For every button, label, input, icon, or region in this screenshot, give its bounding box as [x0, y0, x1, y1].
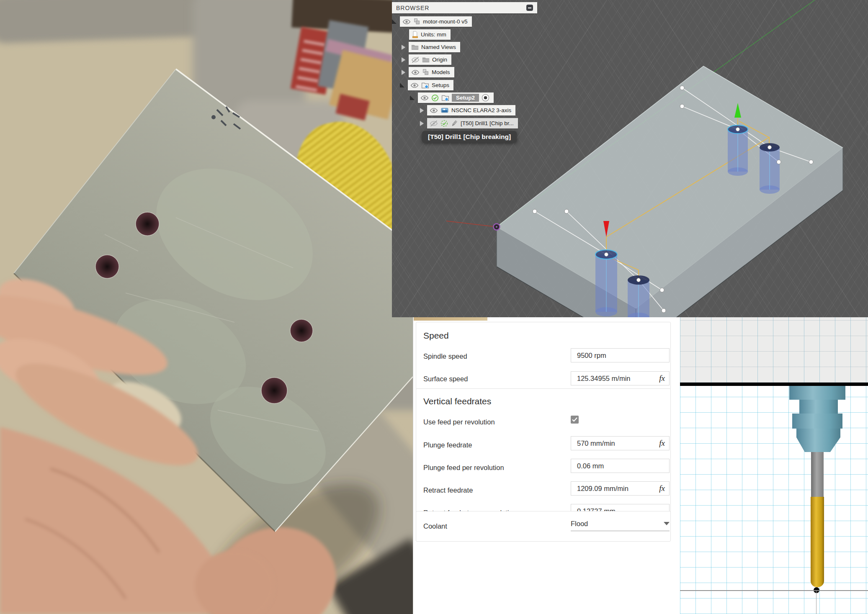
surface-speed-label: Surface speed	[423, 375, 468, 383]
coolant-section: Coolant Flood	[416, 511, 671, 542]
coolant-label: Coolant	[423, 522, 447, 530]
plunge-feedrate-input[interactable]: 570 mm/min fx	[571, 436, 670, 450]
tree-row-drill-operation[interactable]: [T50] Drill1 [Chip br...	[420, 118, 518, 128]
tree-label: Models	[432, 69, 450, 75]
drill-bit	[811, 497, 824, 587]
retract-feedrate-value: 1209.09 mm/min	[577, 485, 659, 493]
tree-row-setups[interactable]: Setups	[400, 80, 453, 90]
photo-plate-and-hand	[0, 0, 413, 614]
expand-triangle-icon[interactable]	[392, 19, 397, 24]
photo-plate-in-hand	[0, 0, 413, 614]
operation-tooltip: [T50] Drill1 [Chip breaking]	[422, 131, 517, 143]
surface-speed-input[interactable]: 125.34955 m/min fx	[571, 371, 670, 385]
component-icon	[422, 69, 429, 76]
operation-settings-panel: Speed Spindle speed 9500 rpm Surface spe…	[413, 317, 672, 614]
surface-speed-value: 125.34955 m/min	[577, 375, 659, 383]
tool-holder-step	[799, 400, 838, 414]
scene-3d	[392, 0, 868, 317]
tree-label: motor-mount-0 v5	[423, 18, 468, 25]
screenshot: BROWSER motor-mount-0 v5 Units: mm	[0, 0, 868, 614]
collapsed-triangle-icon[interactable]	[402, 57, 405, 62]
tree-label: Named Views	[421, 44, 456, 50]
use-feed-per-revolution-label: Use feed per revolution	[423, 418, 495, 426]
tree-row-root[interactable]: motor-mount-0 v5	[392, 16, 472, 27]
tree-row-origin[interactable]: Origin	[402, 54, 451, 65]
chevron-down-icon	[664, 522, 670, 525]
spindle-speed-value: 9500 rpm	[577, 352, 665, 360]
expand-triangle-icon[interactable]	[400, 83, 404, 87]
folder-icon	[411, 44, 419, 50]
fx-expression-icon[interactable]: fx	[659, 439, 665, 448]
tree-row-units[interactable]: Units: mm	[409, 29, 451, 40]
spindle-speed-label: Spindle speed	[423, 352, 467, 360]
use-feed-per-revolution-checkbox[interactable]	[571, 416, 579, 424]
tree-label: Units: mm	[421, 31, 446, 38]
tree-label: [T50] Drill1 [Chip br...	[461, 120, 514, 126]
plunge-feedrate-label: Plunge feedrate	[423, 441, 472, 449]
eye-icon[interactable]	[420, 95, 429, 101]
browser-collapse-button[interactable]	[526, 5, 533, 11]
photo-sliver	[414, 317, 487, 321]
collapsed-triangle-icon[interactable]	[420, 108, 424, 113]
eye-icon[interactable]	[430, 108, 438, 113]
setup-folder-icon	[441, 95, 449, 101]
coolant-value: Flood	[571, 520, 664, 528]
browser-header: BROWSER	[392, 2, 537, 13]
viewport-3d[interactable]: BROWSER motor-mount-0 v5 Units: mm	[392, 0, 868, 317]
plunge-feedrate-value: 570 mm/min	[577, 439, 659, 447]
panel-gap	[672, 317, 680, 614]
selected-setup-label[interactable]: Setup2	[452, 94, 479, 102]
retract-feedrate-label: Retract feedrate	[423, 486, 473, 494]
collapsed-triangle-icon[interactable]	[402, 45, 405, 50]
check-circle-icon	[431, 94, 439, 102]
eye-icon[interactable]	[411, 69, 420, 75]
tree-row-setup2[interactable]: Setup2	[410, 92, 494, 103]
tool-length-line	[680, 590, 868, 591]
browser-title: BROWSER	[396, 5, 429, 11]
cnc-machine-icon	[440, 107, 449, 114]
tool-holder	[789, 386, 845, 400]
tool-shank	[811, 452, 824, 497]
retract-feedrate-input[interactable]: 1209.09 mm/min fx	[571, 481, 670, 496]
tool-holder-step	[796, 429, 840, 437]
section-title: Vertical feedrates	[423, 396, 491, 406]
tree-row-named-views[interactable]: Named Views	[402, 42, 460, 52]
radio-target-icon[interactable]	[482, 94, 489, 102]
spindle-speed-input[interactable]: 9500 rpm	[571, 348, 670, 362]
eye-slash-icon[interactable]	[411, 57, 420, 63]
tool-preview[interactable]	[680, 317, 868, 614]
component-icon	[413, 18, 420, 25]
plunge-feed-per-revolution-input[interactable]: 0.06 mm	[571, 459, 670, 473]
eye-icon[interactable]	[402, 19, 411, 25]
setup-folder-icon	[421, 82, 429, 89]
origin-marker	[494, 224, 500, 230]
tree-row-models[interactable]: Models	[402, 67, 454, 77]
tree-row-machine[interactable]: NSCNC ELARA2 3-axis	[420, 105, 515, 116]
tool-axis-line	[816, 590, 816, 614]
folder-icon	[422, 57, 430, 63]
fx-expression-icon[interactable]: fx	[659, 374, 665, 383]
check-circle-dashed-icon	[440, 120, 448, 127]
eye-slash-icon[interactable]	[430, 120, 438, 127]
eye-icon[interactable]	[410, 82, 419, 88]
drill-tool-icon	[451, 120, 458, 127]
vertical-feedrates-section: Vertical feedrates Use feed per revoluti…	[416, 388, 671, 524]
stock-slab	[497, 66, 843, 317]
tool-preview-holder-zone	[680, 317, 868, 383]
document-icon	[412, 31, 418, 39]
tree-label: Origin	[432, 57, 447, 63]
plunge-feed-per-revolution-label: Plunge feed per revolution	[423, 464, 504, 472]
collapsed-triangle-icon[interactable]	[420, 121, 424, 126]
collapsed-triangle-icon[interactable]	[402, 70, 405, 75]
tree-label: Setups	[432, 82, 449, 88]
expand-triangle-icon[interactable]	[410, 95, 415, 100]
fx-expression-icon[interactable]: fx	[659, 484, 665, 493]
tree-label: NSCNC ELARA2 3-axis	[451, 107, 511, 113]
speed-section: Speed Spindle speed 9500 rpm Surface spe…	[416, 322, 671, 390]
section-title: Speed	[423, 331, 449, 341]
tool-holder-step	[792, 414, 842, 429]
plunge-feed-per-revolution-value: 0.06 mm	[577, 462, 665, 470]
tool-preview-gauge-line	[680, 383, 868, 386]
coolant-dropdown[interactable]: Flood	[571, 516, 670, 531]
